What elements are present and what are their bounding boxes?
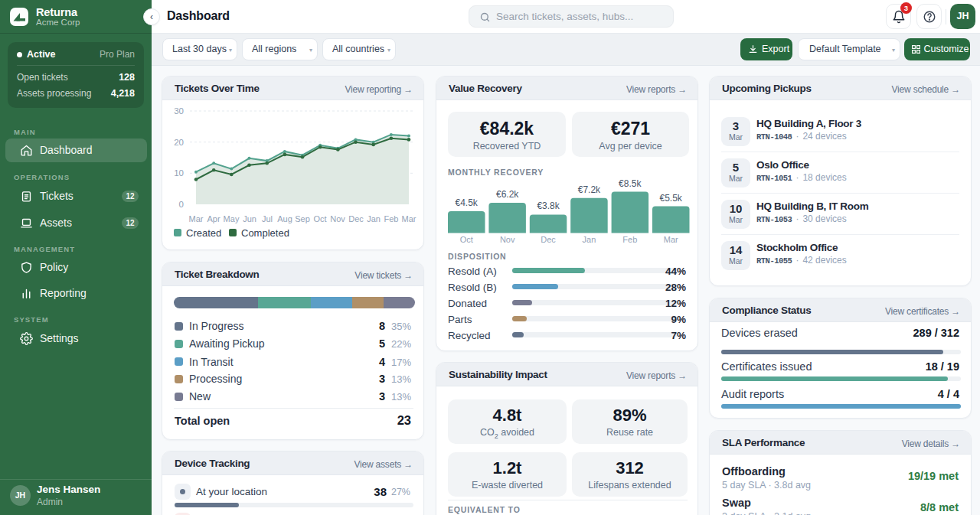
svg-text:Jan: Jan (583, 235, 596, 244)
svg-text:Dec: Dec (348, 214, 364, 223)
svg-text:30: 30 (174, 106, 184, 116)
svg-text:10: 10 (174, 168, 184, 178)
svg-text:€4.5k: €4.5k (456, 197, 479, 208)
svg-text:€7.2k: €7.2k (578, 184, 601, 195)
svg-text:Feb: Feb (622, 235, 637, 244)
svg-text:Mar: Mar (402, 214, 416, 223)
svg-text:Mar: Mar (189, 214, 204, 223)
svg-text:Oct: Oct (313, 214, 326, 223)
svg-text:Jun: Jun (243, 214, 256, 223)
svg-text:0: 0 (179, 200, 184, 209)
svg-text:Apr: Apr (207, 214, 220, 223)
svg-text:€3.8k: €3.8k (537, 200, 560, 211)
svg-text:Oct: Oct (460, 235, 473, 244)
svg-text:20: 20 (174, 138, 184, 147)
svg-text:Mar: Mar (664, 235, 678, 244)
svg-text:€5.5k: €5.5k (660, 193, 683, 204)
svg-text:Nov: Nov (500, 235, 515, 244)
svg-text:Created: Created (186, 227, 221, 239)
svg-text:Sep: Sep (295, 214, 310, 223)
svg-text:May: May (224, 214, 240, 223)
svg-text:Nov: Nov (330, 214, 345, 223)
svg-text:Jan: Jan (367, 214, 381, 223)
svg-text:Aug: Aug (277, 214, 292, 223)
svg-text:Feb: Feb (384, 214, 399, 223)
svg-text:Dec: Dec (541, 235, 556, 244)
svg-text:Completed: Completed (241, 227, 289, 239)
svg-text:Jul: Jul (262, 214, 273, 223)
svg-text:€6.2k: €6.2k (496, 189, 519, 200)
svg-text:€8.5k: €8.5k (619, 178, 642, 189)
